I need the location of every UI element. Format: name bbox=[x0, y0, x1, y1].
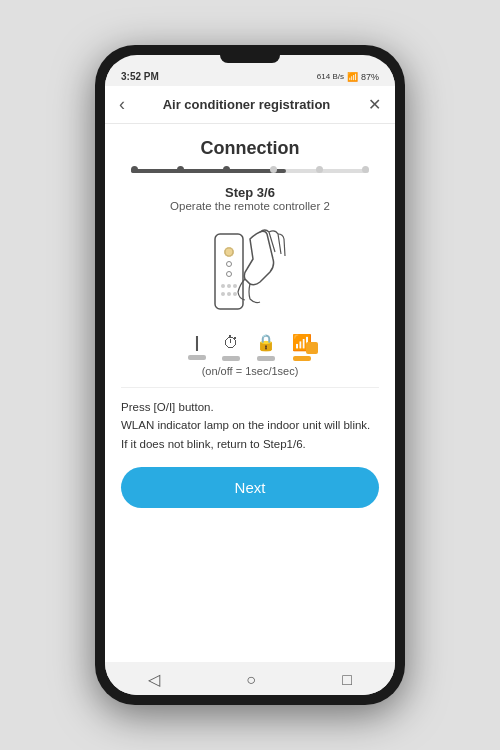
wifi-icon: 📶 bbox=[347, 72, 358, 82]
dot-4 bbox=[270, 166, 277, 173]
back-button[interactable]: ‹ bbox=[119, 94, 125, 115]
step-info: Step 3/6 Operate the remote controller 2 bbox=[121, 185, 379, 212]
svg-point-8 bbox=[227, 292, 231, 296]
timer-bar bbox=[222, 356, 240, 361]
progress-track bbox=[131, 169, 369, 173]
power-bar bbox=[188, 355, 206, 360]
blink-dot bbox=[306, 342, 318, 354]
notch bbox=[220, 55, 280, 63]
next-button[interactable]: Next bbox=[121, 467, 379, 508]
svg-point-9 bbox=[233, 292, 237, 296]
illustration bbox=[121, 224, 379, 319]
dot-6 bbox=[362, 166, 369, 173]
svg-point-4 bbox=[221, 284, 225, 288]
wifi-bar bbox=[293, 356, 311, 361]
header-title: Air conditioner registration bbox=[163, 97, 331, 112]
svg-point-5 bbox=[227, 284, 231, 288]
svg-point-6 bbox=[233, 284, 237, 288]
dot-3 bbox=[223, 166, 230, 173]
lock-indicator: 🔒 bbox=[256, 333, 276, 361]
wifi-wrapper: 📶 bbox=[292, 333, 312, 352]
dot-1 bbox=[131, 166, 138, 173]
nav-bar: ◁ ○ □ bbox=[105, 662, 395, 695]
status-bar: 3:52 PM 614 B/s 📶 87% bbox=[105, 65, 395, 86]
app-header: ‹ Air conditioner registration ✕ bbox=[105, 86, 395, 124]
svg-point-3 bbox=[227, 272, 232, 277]
network-speed: 614 B/s bbox=[317, 72, 344, 81]
step-number: Step 3/6 bbox=[121, 185, 379, 200]
svg-point-2 bbox=[227, 262, 232, 267]
divider bbox=[121, 387, 379, 388]
progress-bar bbox=[131, 169, 369, 173]
svg-point-7 bbox=[221, 292, 225, 296]
timer-icon: ⏱ bbox=[223, 334, 239, 352]
indicator-row: | ⏱ 🔒 📶 bbox=[121, 333, 379, 361]
svg-point-10 bbox=[224, 247, 234, 257]
on-off-label: (on/off = 1sec/1sec) bbox=[121, 365, 379, 377]
lock-icon: 🔒 bbox=[256, 333, 276, 352]
content-area: Connection Step bbox=[105, 124, 395, 662]
phone-frame: 3:52 PM 614 B/s 📶 87% ‹ Air conditioner … bbox=[95, 45, 405, 705]
hand-illustration bbox=[195, 224, 305, 319]
instruction-text: Press [O/I] button. WLAN indicator lamp … bbox=[121, 398, 379, 453]
step-description: Operate the remote controller 2 bbox=[121, 200, 379, 212]
power-indicator: | bbox=[188, 335, 206, 360]
lock-bar bbox=[257, 356, 275, 361]
power-symbol: | bbox=[195, 335, 199, 351]
wifi-indicator: 📶 bbox=[292, 333, 312, 361]
dot-5 bbox=[316, 166, 323, 173]
close-button[interactable]: ✕ bbox=[368, 95, 381, 114]
home-nav-icon[interactable]: ○ bbox=[246, 671, 256, 689]
dot-2 bbox=[177, 166, 184, 173]
recents-nav-icon[interactable]: □ bbox=[342, 671, 352, 689]
back-nav-icon[interactable]: ◁ bbox=[148, 670, 160, 689]
section-title: Connection bbox=[121, 138, 379, 159]
battery-icon: 87% bbox=[361, 72, 379, 82]
phone-screen: 3:52 PM 614 B/s 📶 87% ‹ Air conditioner … bbox=[105, 55, 395, 695]
timer-indicator: ⏱ bbox=[222, 334, 240, 361]
status-time: 3:52 PM bbox=[121, 71, 159, 82]
status-icons: 614 B/s 📶 87% bbox=[317, 72, 379, 82]
